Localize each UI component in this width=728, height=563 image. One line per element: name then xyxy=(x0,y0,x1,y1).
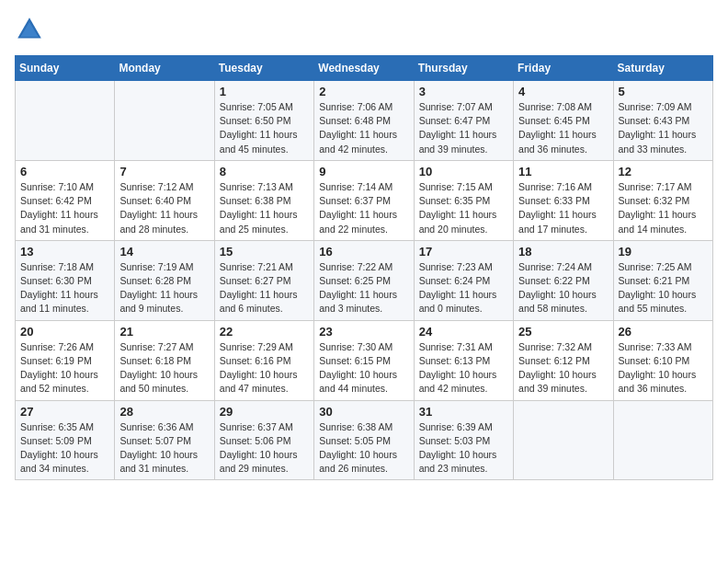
day-number: 7 xyxy=(119,165,209,178)
logo-icon xyxy=(15,15,44,44)
day-number: 24 xyxy=(419,325,508,339)
day-info: Sunrise: 7:33 AMSunset: 6:10 PMDaylight:… xyxy=(619,340,708,396)
calendar-cell: 26Sunrise: 7:33 AMSunset: 6:10 PMDayligh… xyxy=(613,320,712,400)
day-info: Sunrise: 7:30 AMSunset: 6:15 PMDaylight:… xyxy=(319,340,408,396)
day-number: 11 xyxy=(518,165,608,178)
day-info: Sunrise: 7:25 AMSunset: 6:21 PMDaylight:… xyxy=(619,260,708,316)
day-info: Sunrise: 7:07 AMSunset: 6:47 PMDaylight:… xyxy=(419,100,508,156)
calendar-cell: 25Sunrise: 7:32 AMSunset: 6:12 PMDayligh… xyxy=(514,320,613,400)
day-info: Sunrise: 7:16 AMSunset: 6:33 PMDaylight:… xyxy=(518,180,608,236)
day-info: Sunrise: 7:10 AMSunset: 6:42 PMDaylight:… xyxy=(20,180,109,236)
day-number: 27 xyxy=(20,405,109,419)
day-number: 3 xyxy=(419,85,508,98)
day-number: 21 xyxy=(119,325,209,339)
calendar-cell: 14Sunrise: 7:19 AMSunset: 6:28 PMDayligh… xyxy=(115,240,214,320)
weekday-monday: Monday xyxy=(115,56,214,81)
day-number: 30 xyxy=(319,405,408,419)
day-number: 10 xyxy=(419,165,508,178)
day-info: Sunrise: 7:18 AMSunset: 6:30 PMDaylight:… xyxy=(20,260,109,316)
calendar-cell: 8Sunrise: 7:13 AMSunset: 6:38 PMDaylight… xyxy=(214,160,313,240)
day-number: 26 xyxy=(619,325,708,339)
calendar-cell: 30Sunrise: 6:38 AMSunset: 5:05 PMDayligh… xyxy=(314,400,414,480)
day-info: Sunrise: 7:09 AMSunset: 6:43 PMDaylight:… xyxy=(619,100,708,156)
day-number: 19 xyxy=(619,245,708,259)
day-info: Sunrise: 7:26 AMSunset: 6:19 PMDaylight:… xyxy=(20,340,109,396)
day-info: Sunrise: 6:35 AMSunset: 5:09 PMDaylight:… xyxy=(20,420,109,477)
day-info: Sunrise: 6:39 AMSunset: 5:03 PMDaylight:… xyxy=(419,420,508,477)
day-info: Sunrise: 7:23 AMSunset: 6:24 PMDaylight:… xyxy=(419,260,508,316)
calendar-cell: 18Sunrise: 7:24 AMSunset: 6:22 PMDayligh… xyxy=(514,240,613,320)
calendar-cell: 3Sunrise: 7:07 AMSunset: 6:47 PMDaylight… xyxy=(414,81,513,161)
weekday-thursday: Thursday xyxy=(414,56,513,81)
day-info: Sunrise: 7:17 AMSunset: 6:32 PMDaylight:… xyxy=(619,180,708,236)
calendar-cell: 27Sunrise: 6:35 AMSunset: 5:09 PMDayligh… xyxy=(16,400,115,480)
calendar-cell: 23Sunrise: 7:30 AMSunset: 6:15 PMDayligh… xyxy=(314,320,414,400)
calendar-cell: 1Sunrise: 7:05 AMSunset: 6:50 PMDaylight… xyxy=(214,81,313,161)
day-number: 6 xyxy=(20,165,109,178)
calendar-cell: 29Sunrise: 6:37 AMSunset: 5:06 PMDayligh… xyxy=(214,400,313,480)
day-info: Sunrise: 7:24 AMSunset: 6:22 PMDaylight:… xyxy=(518,260,608,316)
day-info: Sunrise: 7:13 AMSunset: 6:38 PMDaylight:… xyxy=(220,180,309,236)
day-info: Sunrise: 7:05 AMSunset: 6:50 PMDaylight:… xyxy=(220,100,309,156)
calendar-cell: 11Sunrise: 7:16 AMSunset: 6:33 PMDayligh… xyxy=(514,160,613,240)
calendar-table: SundayMondayTuesdayWednesdayThursdayFrid… xyxy=(15,55,713,480)
day-info: Sunrise: 6:38 AMSunset: 5:05 PMDaylight:… xyxy=(319,420,408,477)
day-info: Sunrise: 7:08 AMSunset: 6:45 PMDaylight:… xyxy=(518,100,608,156)
day-number: 29 xyxy=(220,405,309,419)
day-info: Sunrise: 7:21 AMSunset: 6:27 PMDaylight:… xyxy=(220,260,309,316)
day-number: 2 xyxy=(319,85,408,98)
calendar-cell: 22Sunrise: 7:29 AMSunset: 6:16 PMDayligh… xyxy=(214,320,313,400)
day-number: 25 xyxy=(518,325,608,339)
day-number: 1 xyxy=(220,85,309,98)
weekday-tuesday: Tuesday xyxy=(214,56,313,81)
weekday-saturday: Saturday xyxy=(613,56,712,81)
calendar-cell: 10Sunrise: 7:15 AMSunset: 6:35 PMDayligh… xyxy=(414,160,513,240)
calendar-cell xyxy=(514,400,613,480)
calendar-cell: 12Sunrise: 7:17 AMSunset: 6:32 PMDayligh… xyxy=(613,160,712,240)
day-number: 13 xyxy=(20,245,109,259)
day-number: 15 xyxy=(220,245,309,259)
day-info: Sunrise: 7:31 AMSunset: 6:13 PMDaylight:… xyxy=(419,340,508,396)
calendar-week-4: 20Sunrise: 7:26 AMSunset: 6:19 PMDayligh… xyxy=(16,320,713,400)
day-number: 28 xyxy=(119,405,209,419)
calendar-week-2: 6Sunrise: 7:10 AMSunset: 6:42 PMDaylight… xyxy=(16,160,713,240)
calendar-cell: 28Sunrise: 6:36 AMSunset: 5:07 PMDayligh… xyxy=(115,400,214,480)
calendar-cell: 20Sunrise: 7:26 AMSunset: 6:19 PMDayligh… xyxy=(16,320,115,400)
day-info: Sunrise: 7:19 AMSunset: 6:28 PMDaylight:… xyxy=(119,260,209,316)
day-number: 12 xyxy=(619,165,708,178)
day-number: 31 xyxy=(419,405,508,419)
day-number: 22 xyxy=(220,325,309,339)
day-info: Sunrise: 7:27 AMSunset: 6:18 PMDaylight:… xyxy=(119,340,209,396)
calendar-cell: 15Sunrise: 7:21 AMSunset: 6:27 PMDayligh… xyxy=(214,240,313,320)
logo xyxy=(15,15,48,44)
weekday-wednesday: Wednesday xyxy=(314,56,414,81)
calendar-cell: 2Sunrise: 7:06 AMSunset: 6:48 PMDaylight… xyxy=(314,81,414,161)
calendar-week-3: 13Sunrise: 7:18 AMSunset: 6:30 PMDayligh… xyxy=(16,240,713,320)
day-info: Sunrise: 7:14 AMSunset: 6:37 PMDaylight:… xyxy=(319,180,408,236)
day-info: Sunrise: 6:36 AMSunset: 5:07 PMDaylight:… xyxy=(119,420,209,477)
day-number: 20 xyxy=(20,325,109,339)
calendar-cell xyxy=(16,81,115,161)
day-number: 23 xyxy=(319,325,408,339)
calendar-cell: 19Sunrise: 7:25 AMSunset: 6:21 PMDayligh… xyxy=(613,240,712,320)
day-number: 17 xyxy=(419,245,508,259)
calendar-cell: 7Sunrise: 7:12 AMSunset: 6:40 PMDaylight… xyxy=(115,160,214,240)
day-number: 9 xyxy=(319,165,408,178)
calendar-cell: 4Sunrise: 7:08 AMSunset: 6:45 PMDaylight… xyxy=(514,81,613,161)
calendar-cell: 16Sunrise: 7:22 AMSunset: 6:25 PMDayligh… xyxy=(314,240,414,320)
calendar-cell: 31Sunrise: 6:39 AMSunset: 5:03 PMDayligh… xyxy=(414,400,513,480)
calendar-week-5: 27Sunrise: 6:35 AMSunset: 5:09 PMDayligh… xyxy=(16,400,713,480)
day-info: Sunrise: 7:29 AMSunset: 6:16 PMDaylight:… xyxy=(220,340,309,396)
calendar-cell: 13Sunrise: 7:18 AMSunset: 6:30 PMDayligh… xyxy=(16,240,115,320)
calendar-cell: 21Sunrise: 7:27 AMSunset: 6:18 PMDayligh… xyxy=(115,320,214,400)
day-number: 18 xyxy=(518,245,608,259)
page-header xyxy=(15,15,713,44)
calendar-cell xyxy=(115,81,214,161)
weekday-friday: Friday xyxy=(514,56,613,81)
calendar-cell xyxy=(613,400,712,480)
calendar-cell: 6Sunrise: 7:10 AMSunset: 6:42 PMDaylight… xyxy=(16,160,115,240)
calendar-cell: 9Sunrise: 7:14 AMSunset: 6:37 PMDaylight… xyxy=(314,160,414,240)
day-info: Sunrise: 7:15 AMSunset: 6:35 PMDaylight:… xyxy=(419,180,508,236)
calendar-cell: 17Sunrise: 7:23 AMSunset: 6:24 PMDayligh… xyxy=(414,240,513,320)
calendar-cell: 24Sunrise: 7:31 AMSunset: 6:13 PMDayligh… xyxy=(414,320,513,400)
